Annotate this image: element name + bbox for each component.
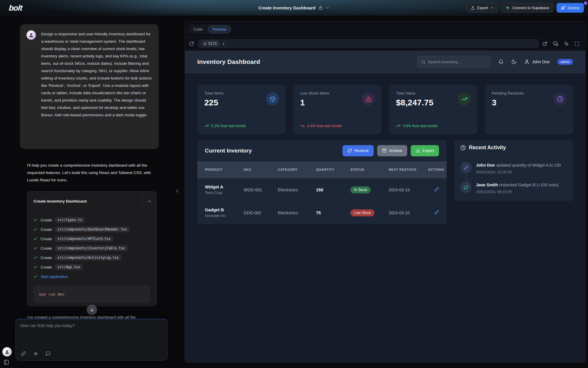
bolt-workspace: bolt Create Inventory Dashboard Export C… (0, 0, 588, 368)
section-title: Current Inventory (205, 147, 252, 154)
user-name: John Doe (532, 59, 550, 64)
check-icon (34, 246, 38, 250)
column-header: ACTIONS (428, 168, 444, 172)
next-restock-cell: 2024-03-10 (389, 210, 428, 215)
deploy-button[interactable]: Deploy (557, 3, 584, 13)
trending-up-icon (204, 124, 209, 128)
bolt-logo[interactable]: bolt (9, 4, 23, 13)
step-file-chip[interactable]: src/types.ts (55, 217, 85, 223)
command-args: run dev (48, 292, 64, 296)
artifact-step: Create src/components/DashboardHeader.ts… (34, 225, 150, 234)
reload-icon[interactable] (189, 41, 194, 46)
export-button[interactable]: Export (466, 3, 498, 13)
activity-item: John Doe updated quantity of Widget A to… (460, 162, 567, 174)
fullscreen-icon[interactable] (574, 41, 579, 46)
export-csv-button[interactable]: Export (411, 145, 439, 156)
deploy-button-label: Deploy (568, 6, 579, 10)
recent-activity-card: Recent Activity John Doe updated quantit… (454, 140, 573, 201)
kpi-row: Total Items 225 5.2% from last month Low… (197, 85, 573, 134)
activity-user: John Doe (476, 163, 495, 168)
chevron-down-icon[interactable] (326, 6, 330, 10)
archive-icon (382, 148, 387, 153)
link-icon[interactable] (21, 351, 26, 356)
open-external-icon[interactable] (542, 41, 547, 46)
timeline-connector (466, 172, 466, 182)
export-label: Export (422, 148, 434, 153)
start-application-step: Start application (34, 272, 150, 281)
status-badge: Low Stock (350, 209, 375, 216)
tab-preview[interactable]: Preview (208, 25, 231, 33)
activity-text: Jane Smith restocked Gadget B (+100 unit… (476, 182, 559, 188)
code-preview-toggle: Code Preview (188, 24, 232, 34)
arrow-down-icon (90, 308, 94, 312)
search-icon (421, 60, 425, 64)
archive-button[interactable]: Archive (377, 145, 407, 156)
restock-label: Restock (354, 148, 369, 153)
notification-dot (584, 1, 587, 5)
upload-icon (471, 6, 475, 10)
inspect-cursor-icon[interactable] (564, 41, 569, 46)
edit-pencil-icon[interactable] (434, 187, 439, 192)
step-file-chip[interactable]: src/components/DashboardHeader.tsx (55, 226, 129, 232)
connect-supabase-button[interactable]: Connect to Supabase (501, 3, 553, 13)
devices-icon[interactable] (553, 41, 558, 46)
artifact-steps: Create src/types.ts Create src/component… (27, 211, 156, 303)
category-cell: Electronics (278, 210, 316, 215)
user-menu[interactable]: John Doe (524, 59, 550, 64)
start-application-link[interactable]: Start application (41, 274, 68, 279)
table-row: Widget A Tech Corp WDG-001 Electronics 1… (197, 178, 447, 201)
check-icon (34, 237, 38, 241)
kpi-card-pending-restocks: Pending Restocks 3 (485, 85, 573, 134)
step-file-chip[interactable]: src/components/ActivityLog.tsx (55, 255, 121, 261)
chat-bubble-icon[interactable] (46, 351, 51, 356)
supplier-name: Tech Corp (205, 190, 244, 195)
sparkles-icon[interactable] (33, 351, 38, 356)
activity-action: updated quantity of Widget A to 150 (495, 163, 561, 168)
browser-actions (542, 41, 581, 46)
kpi-delta: 2.4% from last month (300, 124, 374, 128)
kpi-delta-text: 3.8% from last month (403, 124, 437, 128)
user-icon (524, 59, 529, 64)
package-icon (266, 92, 279, 105)
check-icon (34, 227, 38, 231)
section-title: Recent Activity (469, 145, 506, 151)
address-bar[interactable]: 5173 / (198, 39, 539, 48)
activity-list: John Doe updated quantity of Widget A to… (454, 156, 573, 201)
topbar: bolt Create Inventory Dashboard Export C… (0, 0, 588, 16)
collapse-chat-button[interactable] (175, 188, 180, 194)
inventory-table-card: Current Inventory Restock Archive (197, 140, 447, 224)
column-header: STATUS (350, 168, 389, 172)
quantity-cell[interactable]: 150 (316, 188, 350, 192)
activity-user: Jane Smith (476, 183, 498, 187)
collapse-artifact-button[interactable] (142, 192, 156, 211)
quantity-cell[interactable]: 75 (316, 210, 350, 215)
command-bin: npm (39, 292, 46, 296)
step-action-label: Create (41, 265, 52, 269)
port-badge[interactable]: 5173 (201, 40, 220, 47)
sidebar-toggle-icon[interactable] (4, 359, 9, 365)
edit-pencil-icon[interactable] (434, 210, 439, 215)
kpi-card-low-stock: Low Stock Items 1 2.4% from last month (293, 85, 381, 134)
activity-action: restocked Gadget B (+100 units) (498, 183, 559, 187)
dark-mode-toggle-icon[interactable] (511, 59, 517, 64)
tab-code[interactable]: Code (189, 25, 207, 33)
lock-icon (318, 6, 323, 10)
table-header-row: PRODUCT SKU CATEGORY QUANTITY STATUS NEX… (197, 161, 447, 178)
artifact-header: Create Inventory Dashboard (27, 192, 156, 211)
step-file-chip[interactable]: src/App.tsx (55, 264, 83, 270)
connect-supabase-label: Connect to Supabase (512, 6, 549, 10)
alert-triangle-icon (362, 92, 375, 105)
step-file-chip[interactable]: src/components/KPICard.tsx (55, 236, 113, 242)
dashboard-header-actions: John Doe admin (417, 56, 573, 68)
dashboard-content: Current Inventory Restock Archive (197, 140, 573, 224)
restock-button[interactable]: Restock (343, 145, 374, 156)
url-path: / (223, 42, 224, 46)
trending-up-icon (396, 124, 400, 128)
search-input[interactable] (428, 60, 487, 64)
chat-input[interactable] (20, 323, 163, 350)
step-file-chip[interactable]: src/components/InventoryTable.tsx (55, 245, 127, 251)
bell-icon[interactable] (498, 59, 504, 64)
scroll-to-bottom-button[interactable] (87, 305, 97, 315)
profile-avatar[interactable] (2, 347, 12, 357)
app-preview: Inventory Dashboard John Doe admin (185, 51, 585, 362)
